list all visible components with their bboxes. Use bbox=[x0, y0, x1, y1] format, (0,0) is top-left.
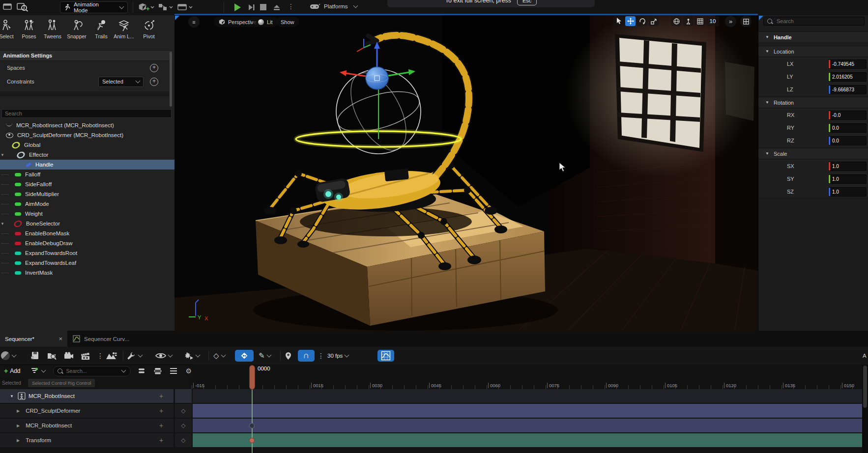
tree-item-boneselector[interactable]: ▼ BoneSelector bbox=[0, 219, 174, 228]
tree-item-handle[interactable]: Handle bbox=[0, 160, 174, 170]
rz-value-field[interactable]: 0.0 bbox=[828, 136, 867, 145]
add-section-button[interactable]: + bbox=[159, 392, 163, 400]
lz-value-field[interactable]: -9.666873 bbox=[828, 85, 867, 94]
frame-skip-button[interactable] bbox=[248, 3, 256, 11]
collapse-arrow-icon[interactable]: ▼ bbox=[0, 153, 5, 157]
world-local-toggle-button[interactable] bbox=[671, 16, 682, 26]
sy-value-field[interactable]: 1.0 bbox=[828, 174, 867, 184]
tab-sequencer-curves[interactable]: Sequencer Curv... bbox=[69, 331, 133, 347]
tree-item-effector[interactable]: ▼ Effector bbox=[0, 150, 174, 160]
tool-tweens[interactable]: Tweens bbox=[41, 19, 64, 39]
list-view-icon[interactable] bbox=[170, 370, 177, 372]
section-scale[interactable]: ▼ Scale bbox=[758, 148, 868, 159]
grid-snap-button[interactable] bbox=[695, 16, 705, 26]
keyframe-options-icon[interactable]: ◇ bbox=[213, 350, 225, 362]
details-search-input[interactable] bbox=[776, 18, 851, 25]
tree-item-sidefalloff[interactable]: SideFalloff bbox=[0, 179, 174, 189]
playhead-handle[interactable] bbox=[249, 365, 255, 390]
expanded-rows-icon[interactable] bbox=[154, 368, 162, 374]
timeline-ruler[interactable]: -015 0015 0030 0045 0060 0075 0090 0105 … bbox=[192, 365, 868, 390]
section-location[interactable]: ▼ Location bbox=[758, 46, 868, 57]
gear-icon[interactable]: ⚙ bbox=[185, 367, 192, 375]
tree-item-aimmode[interactable]: AimMode bbox=[0, 199, 174, 209]
details-search-box[interactable] bbox=[763, 17, 865, 26]
toolbar-expand-chevrons[interactable]: » bbox=[725, 16, 736, 27]
fps-dropdown[interactable]: 30 fps bbox=[327, 350, 348, 362]
cinematics-button[interactable] bbox=[177, 2, 194, 12]
show-dropdown[interactable]: Show bbox=[276, 17, 299, 27]
filter-dropdown[interactable] bbox=[30, 368, 45, 374]
tree-item-enablebonemask[interactable]: EnableBoneMask bbox=[0, 228, 174, 238]
viewport-menu-burger-icon[interactable]: ≡ bbox=[188, 16, 200, 28]
tool-snapper[interactable]: Snapper bbox=[65, 19, 88, 39]
lane-transform[interactable] bbox=[193, 433, 862, 447]
rig-search-input[interactable] bbox=[1, 109, 172, 118]
camera-icon[interactable] bbox=[64, 350, 74, 362]
tree-item-weight[interactable]: Weight bbox=[0, 209, 174, 219]
add-actor-button[interactable]: + bbox=[138, 2, 154, 12]
find-in-content-icon[interactable] bbox=[47, 350, 57, 362]
select-tool-button[interactable] bbox=[613, 16, 624, 26]
keyframe-marker[interactable] bbox=[249, 423, 255, 428]
add-constraint-button[interactable]: + bbox=[150, 78, 158, 86]
lane-rig-root[interactable] bbox=[193, 389, 862, 403]
translate-tool-button[interactable] bbox=[625, 16, 636, 26]
eye-open-icon[interactable] bbox=[6, 133, 13, 138]
stop-button[interactable] bbox=[260, 4, 266, 10]
track-row-rig-root[interactable]: ▼ MCR_RobotInsect + bbox=[0, 389, 174, 403]
section-rotation[interactable]: ▼ Rotation bbox=[758, 97, 868, 108]
play-options-kebab-icon[interactable]: ⋮ bbox=[288, 2, 294, 10]
add-track-button[interactable]: + Add bbox=[0, 366, 25, 376]
tool-select[interactable]: Select bbox=[0, 19, 18, 39]
tree-item-sidemultiplier[interactable]: SideMultiplier bbox=[0, 189, 174, 199]
kebab-icon[interactable]: ⋮ bbox=[97, 350, 104, 362]
add-section-button[interactable]: + bbox=[159, 407, 163, 415]
track-row-robotinsect[interactable]: ▶ MCR_RobotInsect + ◇ bbox=[0, 419, 174, 432]
platforms-dropdown[interactable]: Platforms bbox=[310, 2, 357, 10]
expand-arrow-icon[interactable]: ▶ bbox=[17, 438, 20, 443]
add-section-button[interactable]: + bbox=[159, 422, 163, 429]
eject-button[interactable] bbox=[273, 3, 281, 11]
sx-value-field[interactable]: 1.0 bbox=[828, 162, 867, 171]
save-sequence-icon[interactable] bbox=[30, 350, 39, 362]
breadcrumb[interactable]: Selected Control Rig Control bbox=[28, 379, 95, 387]
grid-snap-value[interactable]: 10 bbox=[706, 16, 719, 26]
tool-anim-layers[interactable]: Anim L... bbox=[113, 19, 135, 39]
section-handle[interactable]: ▼ Handle bbox=[758, 31, 868, 43]
sequencer-search-box[interactable] bbox=[53, 366, 131, 376]
location-pin-icon[interactable] bbox=[285, 350, 291, 362]
ly-value-field[interactable]: 2.016205 bbox=[828, 72, 867, 82]
collapse-arrow-icon[interactable]: ▼ bbox=[10, 394, 14, 398]
close-icon[interactable]: × bbox=[58, 335, 62, 342]
track-row-transform[interactable]: ▶ Transform + ◇ bbox=[0, 433, 174, 447]
allow-edits-pencil-icon[interactable]: ✎ bbox=[259, 350, 271, 362]
rotate-tool-button[interactable] bbox=[637, 16, 647, 26]
keyframe-diamond-icon[interactable]: ◇ bbox=[175, 419, 192, 432]
keyframe-marker[interactable] bbox=[249, 438, 255, 443]
lane-sculptdeformer[interactable] bbox=[193, 404, 862, 418]
sequencer-scrollbar[interactable] bbox=[862, 365, 868, 453]
viewport-3d[interactable]: ≡ Perspective Lit Show bbox=[174, 15, 758, 331]
rx-value-field[interactable]: -0.0 bbox=[828, 111, 867, 120]
lx-value-field[interactable]: -0.749545 bbox=[828, 59, 867, 69]
wrench-icon[interactable] bbox=[127, 350, 142, 362]
auto-key-button[interactable] bbox=[235, 350, 254, 362]
viewport-layout-button[interactable] bbox=[740, 16, 752, 27]
render-movie-icon[interactable] bbox=[81, 350, 90, 362]
add-section-button[interactable]: + bbox=[159, 436, 163, 444]
panel-scrollbar[interactable] bbox=[170, 52, 172, 107]
content-browser-icon[interactable] bbox=[17, 2, 29, 12]
lane-robotinsect[interactable] bbox=[193, 419, 862, 432]
tree-item-global[interactable]: Global bbox=[0, 140, 174, 150]
compact-rows-icon[interactable] bbox=[138, 368, 145, 374]
tree-item-expandtowardsroot[interactable]: ExpandTowardsRoot bbox=[0, 248, 174, 258]
constraints-dropdown[interactable]: Selected bbox=[98, 77, 144, 87]
tree-item-enabledebugdraw[interactable]: EnableDebugDraw bbox=[0, 238, 174, 248]
scale-tool-button[interactable] bbox=[649, 16, 659, 26]
curve-editor-button[interactable] bbox=[377, 350, 394, 362]
keyframe-diamond-icon[interactable]: ◇ bbox=[175, 404, 192, 418]
lit-dropdown[interactable]: Lit bbox=[253, 17, 278, 27]
director-blueprint-icon[interactable] bbox=[105, 350, 117, 362]
sequencer-search-input[interactable] bbox=[65, 368, 116, 374]
playback-options-icon[interactable] bbox=[183, 350, 200, 362]
